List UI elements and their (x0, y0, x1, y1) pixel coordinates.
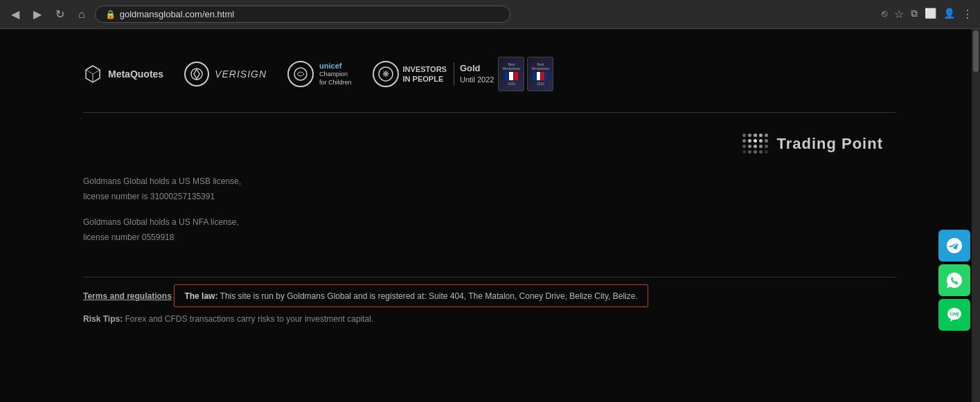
forward-button[interactable]: ▶ (29, 5, 46, 24)
law-box: The law: This site is run by Goldmans Gl… (174, 284, 648, 307)
toolbar-right: ⎋ ☆ ⧉ ⬜ 👤 ⋮ (882, 8, 973, 21)
tp-dot (742, 145, 746, 148)
best-workplaces: BestWorkplaces 2022 BestWorkplaces (498, 57, 553, 91)
back-button[interactable]: ◀ (7, 5, 24, 24)
tp-dot (754, 150, 757, 154)
bw-badge-2: BestWorkplaces 2022 (527, 57, 553, 91)
investors-icon: ❋ (373, 61, 399, 87)
verisign-icon (184, 62, 209, 86)
investors-badge: ❋ INVESTORS IN PEOPLE Gold Until 2022 Be… (373, 57, 554, 91)
lock-icon: 🔒 (105, 10, 116, 19)
law-content: This site is run by Goldmans Global and … (220, 291, 638, 301)
tp-dots-grid (742, 134, 768, 154)
scrollbar[interactable] (972, 29, 980, 402)
reload-button[interactable]: ↻ (51, 5, 69, 24)
risk-text: Risk Tips: Forex and CFDS transactions c… (83, 314, 897, 324)
window-icon[interactable]: ⬜ (925, 8, 936, 21)
gold-line2: Until 2022 (460, 75, 495, 85)
unicef-icon (287, 61, 314, 87)
law-text: The law: This site is run by Goldmans Gl… (184, 291, 637, 301)
verisign-label: VERISIGN (215, 68, 267, 80)
nfa-line2: license number 0559918 (83, 232, 174, 242)
gold-text: Gold Until 2022 (454, 62, 495, 86)
tp-dot (759, 134, 763, 137)
svg-point-2 (294, 68, 307, 80)
gold-line1: Gold (460, 62, 495, 75)
investors-line1: INVESTORS (403, 64, 447, 74)
page-content: MetaQuotes VERISIGN unicef Cham (0, 29, 980, 402)
tp-dot (742, 150, 746, 154)
license-section: Goldmans Global holds a US MSB license, … (0, 167, 980, 270)
share-icon[interactable]: ⎋ (882, 8, 887, 21)
bookmark-icon[interactable]: ☆ (894, 8, 904, 21)
trading-point-row: Trading Point (0, 120, 980, 167)
law-label: The law: (184, 291, 217, 301)
trading-point-logo: Trading Point (742, 134, 883, 154)
tp-dot (742, 134, 746, 137)
tp-dot (754, 134, 757, 137)
unicef-line3: for Children (319, 79, 352, 87)
tp-dot (748, 145, 751, 148)
tp-dot (748, 150, 751, 154)
whatsapp-button[interactable] (938, 264, 970, 296)
investors-text: INVESTORS IN PEOPLE (403, 64, 447, 84)
msb-license: Goldmans Global holds a US MSB license, … (83, 174, 897, 204)
metaquotes-badge: MetaQuotes (83, 64, 163, 84)
profile-icon[interactable]: 👤 (943, 8, 955, 21)
risk-content: Forex and CFDS transactions carry risks … (125, 314, 373, 324)
terms-section: Terms and regulations The law: This site… (0, 284, 980, 324)
bw-badge-1: BestWorkplaces 2022 (498, 57, 524, 91)
unicef-line2: Champion (319, 71, 352, 79)
scrollbar-thumb[interactable] (973, 30, 979, 72)
badges-row: MetaQuotes VERISIGN unicef Cham (0, 43, 980, 105)
tp-dot (759, 150, 763, 154)
tp-dot (759, 139, 763, 143)
telegram-button[interactable] (938, 230, 970, 262)
tp-dot (748, 134, 751, 137)
tp-dot (765, 150, 768, 154)
metaquotes-icon (83, 64, 103, 84)
investors-line2: IN PEOPLE (403, 74, 447, 84)
trading-point-name: Trading Point (776, 135, 883, 153)
extensions-icon[interactable]: ⧉ (911, 8, 918, 21)
address-bar[interactable]: 🔒 goldmansglobal.com/en.html (95, 6, 510, 23)
unicef-badge: unicef Champion for Children (287, 61, 352, 87)
terms-link[interactable]: Terms and regulations (83, 291, 172, 301)
nfa-line1: Goldmans Global holds a US NFA license, (83, 217, 239, 227)
verisign-badge: VERISIGN (184, 62, 267, 86)
unicef-line1: unicef (319, 61, 352, 71)
metaquotes-label: MetaQuotes (108, 68, 163, 80)
risk-label: Risk Tips: (83, 314, 123, 324)
tp-dot (742, 139, 746, 143)
nfa-license: Goldmans Global holds a US NFA license, … (83, 215, 897, 245)
tp-dot (765, 134, 768, 137)
msb-line1: Goldmans Global holds a US MSB license, (83, 176, 241, 186)
tp-dot (765, 145, 768, 148)
tp-dot (759, 145, 763, 148)
tp-dot (754, 139, 757, 143)
tp-dot (754, 145, 757, 148)
svg-text:❋: ❋ (382, 69, 389, 79)
url-text: goldmansglobal.com/en.html (120, 9, 234, 19)
tp-dot (748, 139, 751, 143)
browser-chrome: ◀ ▶ ↻ ⌂ 🔒 goldmansglobal.com/en.html ⎋ ☆… (0, 0, 980, 29)
unicef-text: unicef Champion for Children (319, 61, 352, 87)
tp-dot (765, 139, 768, 143)
home-button[interactable]: ⌂ (74, 6, 89, 24)
bottom-divider (83, 277, 897, 277)
line-button[interactable] (938, 299, 970, 331)
top-divider (83, 112, 897, 113)
menu-icon[interactable]: ⋮ (962, 8, 973, 21)
float-buttons (938, 29, 970, 331)
msb-line2: license number is 31000257135391 (83, 192, 215, 201)
